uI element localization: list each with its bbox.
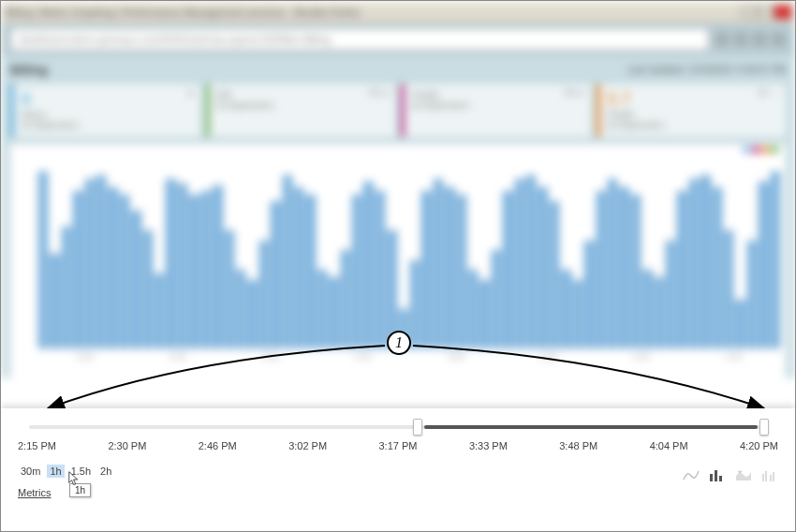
chart-bar [724, 230, 733, 348]
card-corner: ★ [186, 88, 195, 98]
svg-rect-6 [770, 475, 772, 481]
browser-tool-icons [715, 32, 786, 47]
chart-bar [526, 175, 536, 348]
range-option-1h[interactable]: 1h [47, 465, 64, 478]
timeline-tick: 2:15 PM [18, 440, 56, 451]
svg-rect-5 [765, 471, 767, 481]
svg-rect-2 [715, 470, 717, 481]
timeline-tick: 2:30 PM [108, 440, 146, 451]
summary-card[interactable]: 0% ▾ Health by Application [401, 84, 591, 137]
chart-bar [503, 191, 512, 348]
chart-bar [166, 179, 175, 348]
card-value: 6 [22, 90, 193, 110]
chart-bar [50, 254, 59, 348]
chart-bar [515, 179, 524, 348]
chart-xtick: 4:00 [595, 352, 687, 362]
chart-bar [387, 230, 396, 348]
timeline-tick: 3:17 PM [379, 440, 418, 451]
chart-bar [201, 191, 211, 348]
card-sub: by Application [217, 100, 389, 111]
url-text: dashboard.demo.genesys.com/0/#0/metrichp… [19, 34, 331, 45]
chart-xaxis: 2:302:453:003:153:303:454:004:15 [38, 352, 780, 362]
chart-bar [573, 280, 582, 349]
chart-bar [73, 191, 82, 348]
chart-bar [410, 260, 420, 349]
area-chart-icon[interactable] [735, 468, 752, 481]
chart-xtick: 3:45 [502, 352, 595, 362]
page-content: Billing Last Updated: 12/19/2017 4:20:57… [1, 55, 795, 378]
card-label: Health [412, 90, 583, 100]
timeline-tick: 4:04 PM [650, 440, 688, 451]
card-corner: 3h → [758, 88, 780, 98]
cursor-icon [68, 471, 81, 488]
card-label: Health [608, 110, 779, 120]
url-field[interactable]: dashboard.demo.genesys.com/0/#0/metrichp… [10, 28, 709, 51]
card-sub: by Application [608, 120, 779, 130]
timeline-slider[interactable] [29, 421, 767, 433]
legend-dot-icon [771, 146, 778, 154]
metrics-link[interactable]: Metrics [18, 487, 114, 498]
slider-handle-left[interactable] [413, 419, 422, 436]
chart-bar [108, 187, 117, 348]
chart-bar [38, 171, 48, 348]
chart-bar [771, 171, 780, 348]
summary-card[interactable]: 3h → 5.7 Health by Application [597, 84, 787, 137]
chart-bar [352, 195, 361, 348]
svg-rect-1 [710, 474, 713, 481]
card-label: Name [22, 110, 193, 120]
range-option-2h[interactable]: 2h [97, 465, 114, 478]
timeline-panel: 2:15 PM2:30 PM2:46 PM3:02 PM3:17 PM3:33 … [1, 408, 795, 531]
chart-bar [96, 175, 106, 348]
summary-card[interactable]: ★ 6 Name by Application [10, 84, 200, 137]
chart-bar [283, 175, 292, 348]
range-option-30m[interactable]: 30m [18, 465, 43, 478]
bar-chart-icon[interactable] [709, 468, 726, 481]
chart-bar [631, 195, 641, 348]
timeline-tick: 3:48 PM [559, 440, 597, 451]
chart-bar [155, 273, 164, 348]
legend-dots [743, 146, 778, 154]
chart-bar [294, 187, 303, 348]
blurred-background: Billing | Metric Graphing | Performance … [1, 1, 795, 408]
slider-handle-right[interactable] [759, 419, 769, 436]
chart-bar [538, 187, 547, 348]
chart-bar [247, 280, 257, 349]
card-value: 5.7 [608, 90, 779, 110]
chart-bar [259, 241, 269, 349]
chart-bar [143, 230, 153, 348]
pocket-icon[interactable] [733, 32, 748, 47]
timeline-tick: 2:46 PM [199, 440, 237, 451]
grouped-chart-icon[interactable] [761, 468, 778, 481]
main-chart[interactable]: 2:302:453:003:153:303:454:004:15 [10, 144, 786, 378]
timeline-controls-row: 30m1h1.5h2h Metrics 1h [18, 465, 778, 498]
legend-dot-icon [743, 146, 750, 154]
window-close-icon[interactable] [774, 6, 791, 19]
chart-bar [363, 182, 373, 349]
chart-bar [747, 241, 757, 349]
chart-bar [561, 270, 570, 348]
chart-bar [689, 179, 699, 348]
menu-icon[interactable] [771, 32, 786, 47]
summary-card[interactable]: 0% ▾ B/A by Application [206, 84, 396, 137]
svg-rect-7 [773, 472, 774, 481]
reader-mode-icon[interactable] [715, 32, 730, 47]
window-maximize-icon[interactable] [758, 6, 774, 19]
svg-rect-4 [762, 474, 764, 481]
window-minimize-icon[interactable] [741, 6, 758, 19]
chart-bar [584, 241, 594, 349]
line-chart-icon[interactable] [683, 468, 700, 481]
chart-xtick: 3:30 [409, 352, 502, 362]
window-title: Billing | Metric Graphing | Performance … [5, 7, 361, 18]
chart-bar [399, 309, 408, 348]
timeline-tick: 4:20 PM [740, 440, 778, 451]
chart-bar [305, 195, 315, 348]
bookmark-icon[interactable] [752, 32, 767, 47]
chart-bar [619, 187, 628, 348]
chart-xtick: 3:00 [224, 352, 317, 362]
timeline-tick: 3:02 PM [288, 440, 327, 451]
chart-type-switcher [683, 465, 778, 481]
range-and-metrics: 30m1h1.5h2h Metrics 1h [18, 465, 114, 498]
chart-bar [735, 300, 744, 349]
chart-bar [225, 230, 234, 348]
chart-bar [445, 187, 454, 348]
